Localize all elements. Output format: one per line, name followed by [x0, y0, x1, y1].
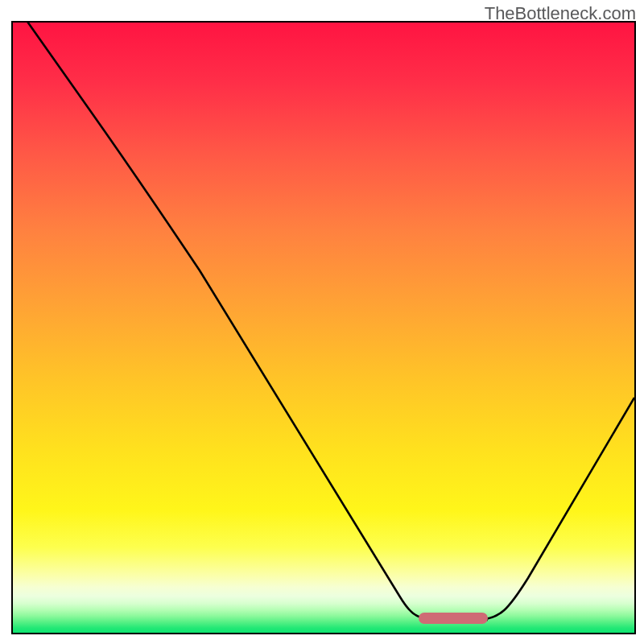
plot-area — [11, 21, 636, 634]
chart-container: TheBottleneck.com — [0, 0, 644, 644]
watermark-text: TheBottleneck.com — [485, 3, 636, 24]
optimal-marker — [419, 613, 488, 624]
bottleneck-curve — [13, 23, 634, 633]
